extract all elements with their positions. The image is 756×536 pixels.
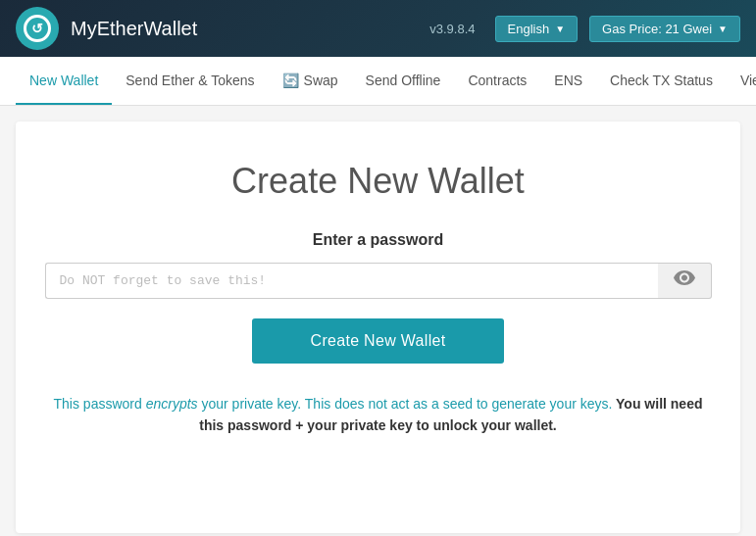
toggle-visibility-button[interactable] <box>658 263 712 299</box>
swap-icon: 🔄 <box>282 73 299 88</box>
app-title: MyEtherWallet <box>71 18 418 40</box>
nav-item-swap[interactable]: 🔄 Swap <box>269 57 352 106</box>
logo-inner: ↺ <box>24 15 51 42</box>
app-header: ↺ MyEtherWallet v3.9.8.4 English ▼ Gas P… <box>0 0 756 57</box>
info-text: This password encrypts your private key.… <box>45 393 712 437</box>
nav-item-send-ether[interactable]: Send Ether & Tokens <box>112 57 268 106</box>
gas-price-label: Gas Price: 21 Gwei <box>602 22 712 36</box>
nav-item-send-offline[interactable]: Send Offline <box>352 57 455 106</box>
eye-icon <box>674 270 695 291</box>
language-dropdown[interactable]: English ▼ <box>495 16 579 42</box>
info-text-part1: This password <box>54 396 146 412</box>
language-label: English <box>508 22 550 36</box>
main-content: Create New Wallet Enter a password Creat… <box>16 122 740 533</box>
info-text-part2: your private key. This does not act as a… <box>198 396 613 412</box>
nav-item-contracts[interactable]: Contracts <box>454 57 540 106</box>
nav-item-view[interactable]: Vie <box>727 57 756 106</box>
info-text-encrypts: encrypts <box>146 396 198 412</box>
nav-item-new-wallet[interactable]: New Wallet <box>16 57 112 106</box>
create-new-wallet-button[interactable]: Create New Wallet <box>252 318 505 364</box>
password-row <box>45 263 712 299</box>
nav-item-check-tx[interactable]: Check TX Status <box>596 57 727 106</box>
logo-icon: ↺ <box>31 21 43 36</box>
page-title: Create New Wallet <box>231 161 525 202</box>
main-nav: New Wallet Send Ether & Tokens 🔄 Swap Se… <box>0 57 756 106</box>
chevron-down-icon: ▼ <box>555 24 565 34</box>
password-label: Enter a password <box>313 231 443 249</box>
password-input[interactable] <box>45 263 658 299</box>
chevron-down-icon: ▼ <box>718 24 728 34</box>
gas-price-button[interactable]: Gas Price: 21 Gwei ▼ <box>589 16 740 42</box>
app-logo: ↺ <box>16 7 59 50</box>
nav-item-ens[interactable]: ENS <box>540 57 596 106</box>
version-badge: v3.9.8.4 <box>429 22 475 36</box>
